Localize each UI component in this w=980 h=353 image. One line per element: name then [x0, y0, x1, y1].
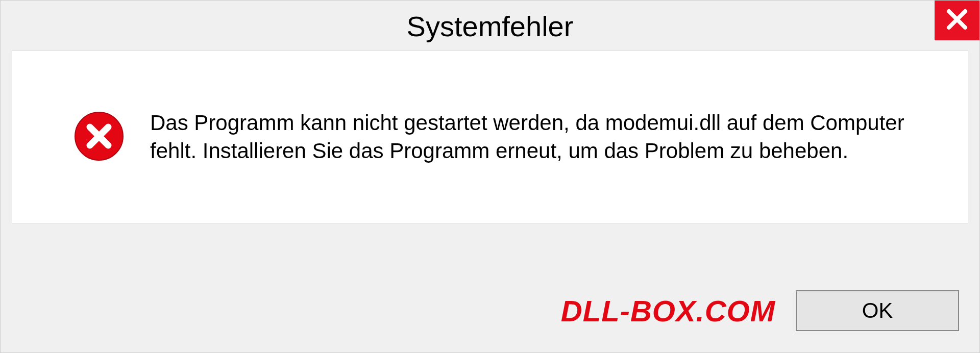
dialog-footer: DLL-BOX.COM OK [1, 280, 979, 341]
error-dialog: Systemfehler Das Programm kann nicht ges… [0, 0, 980, 353]
ok-button[interactable]: OK [796, 290, 959, 331]
titlebar: Systemfehler [1, 1, 979, 46]
ok-button-label: OK [862, 298, 893, 323]
close-button[interactable] [935, 1, 979, 40]
dialog-title: Systemfehler [407, 10, 574, 43]
watermark-text: DLL-BOX.COM [561, 294, 775, 328]
content-panel: Das Programm kann nicht gestartet werden… [12, 51, 968, 224]
error-icon [74, 111, 125, 164]
error-message: Das Programm kann nicht gestartet werden… [150, 109, 937, 165]
close-icon [945, 7, 969, 34]
